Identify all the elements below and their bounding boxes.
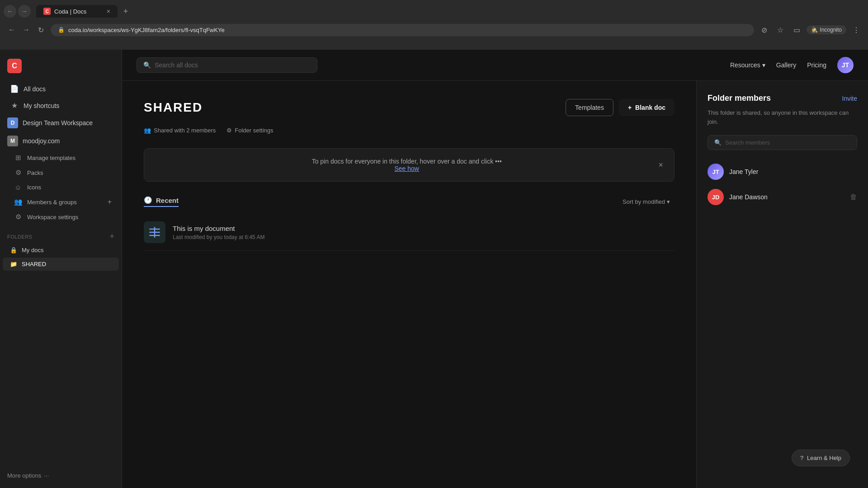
- gallery-link[interactable]: Gallery: [776, 61, 796, 69]
- user-avatar[interactable]: JT: [837, 57, 854, 73]
- members-search-bar[interactable]: 🔍 Search members: [708, 135, 857, 150]
- learn-help-button[interactable]: ? Learn & Help: [792, 450, 850, 466]
- browser-actions: ⊘ ☆ ▭ 🕵 Incognito ⋮: [758, 23, 863, 36]
- search-icon: 🔍: [143, 61, 151, 69]
- active-tab[interactable]: C Coda | Docs ×: [36, 5, 118, 18]
- folders-section-header: FOLDERS +: [0, 225, 122, 243]
- all-docs-icon: 📄: [10, 84, 19, 93]
- tab-close-button[interactable]: ×: [107, 8, 110, 15]
- pricing-link[interactable]: Pricing: [807, 61, 826, 69]
- sidebar-folder-my-docs[interactable]: 🔒 My docs: [3, 244, 119, 257]
- icons-icon: ☺: [14, 183, 23, 191]
- lock-icon: 🔒: [58, 27, 65, 33]
- sidebar-item-my-shortcuts[interactable]: ★ My shortcuts: [3, 98, 119, 113]
- more-options-dots: ···: [44, 472, 49, 479]
- url-text: coda.io/workspaces/ws-YgKJ8fam2a/folders…: [68, 27, 225, 33]
- section-header: 🕐 Recent Sort by modified ▾: [144, 196, 675, 207]
- search-placeholder: Search all docs: [155, 61, 198, 69]
- hide-button[interactable]: ⊘: [758, 23, 770, 36]
- sidebar-item-all-docs[interactable]: 📄 All docs: [3, 81, 119, 97]
- sidebar-item-manage-templates[interactable]: ⊞ Manage templates: [6, 150, 119, 165]
- workspace-d-avatar: D: [7, 117, 18, 128]
- browser-forward-button[interactable]: →: [20, 23, 33, 36]
- delete-member-button[interactable]: 🗑: [850, 193, 857, 201]
- sort-chevron: ▾: [667, 198, 670, 205]
- doc-meta: Last modified by you today at 6:45 AM: [173, 234, 675, 240]
- all-docs-label: All docs: [24, 85, 46, 93]
- search-bar[interactable]: 🔍 Search all docs: [137, 57, 317, 73]
- shortcuts-icon: ★: [10, 101, 19, 110]
- resources-chevron: ▾: [762, 61, 765, 69]
- add-member-icon[interactable]: +: [108, 198, 112, 206]
- learn-help-label: Learn & Help: [807, 455, 841, 461]
- page-body: SHARED Templates + Blank doc 👥 Shared wi…: [122, 81, 868, 488]
- invite-button[interactable]: Invite: [842, 95, 857, 102]
- blank-doc-label: Blank doc: [635, 104, 665, 111]
- resources-link[interactable]: Resources ▾: [730, 61, 765, 69]
- sidebar-button[interactable]: ▭: [790, 23, 803, 36]
- manage-templates-icon: ⊞: [14, 154, 23, 162]
- coda-logo-icon[interactable]: C: [7, 59, 22, 73]
- sidebar-workspace-design[interactable]: D Design Team Workspace: [0, 114, 122, 132]
- doc-name: This is my document: [173, 225, 675, 232]
- forward-button[interactable]: →: [18, 5, 31, 18]
- doc-icon: [144, 221, 165, 243]
- tip-close-button[interactable]: ×: [658, 160, 663, 170]
- more-options-item[interactable]: More options ···: [0, 469, 122, 483]
- members-meta-icon: 👥: [144, 127, 151, 134]
- browser-toolbar: ← → ↻ 🔒 coda.io/workspaces/ws-YgKJ8fam2a…: [0, 19, 868, 41]
- workspace-sub-items: ⊞ Manage templates ⚙ Packs ☺ Icons 👥 Mem…: [0, 150, 122, 225]
- add-folder-button[interactable]: +: [109, 232, 114, 241]
- address-bar[interactable]: 🔒 coda.io/workspaces/ws-YgKJ8fam2a/folde…: [51, 24, 754, 36]
- browser-chrome: ← → C Coda | Docs × + ← → ↻ 🔒 coda.io/wo…: [0, 0, 868, 50]
- tab-title: Coda | Docs: [54, 8, 86, 15]
- sidebar-folder-shared[interactable]: 📁 SHARED: [3, 258, 119, 271]
- new-tab-button[interactable]: +: [119, 5, 132, 18]
- learn-help-icon: ?: [800, 455, 803, 461]
- blank-doc-button[interactable]: + Blank doc: [619, 99, 675, 116]
- more-button[interactable]: ⋮: [850, 23, 863, 36]
- shared-folder-icon: 📁: [10, 261, 17, 267]
- incognito-icon: 🕵: [811, 27, 818, 33]
- tip-banner: To pin docs for everyone in this folder,…: [144, 148, 675, 182]
- member-avatar-jd: JD: [708, 189, 724, 205]
- header-actions: Templates + Blank doc: [566, 99, 675, 116]
- tip-see-how-link[interactable]: See how: [395, 165, 419, 172]
- sidebar-workspace-moodjoy[interactable]: M moodjoy.com: [0, 132, 122, 150]
- back-button[interactable]: ←: [4, 5, 16, 18]
- sidebar: C 📄 All docs ★ My shortcuts D Design Tea…: [0, 50, 122, 488]
- star-button[interactable]: ☆: [774, 23, 787, 36]
- browser-back-button[interactable]: ←: [5, 23, 18, 36]
- browser-tabs: ← → C Coda | Docs × +: [0, 0, 868, 19]
- incognito-label: Incognito: [820, 27, 842, 33]
- sidebar-item-packs[interactable]: ⚙ Packs: [6, 165, 119, 180]
- doc-info: This is my document Last modified by you…: [173, 225, 675, 240]
- sidebar-item-members-groups[interactable]: 👥 Members & groups +: [6, 195, 119, 209]
- sidebar-item-workspace-settings[interactable]: ⚙ Workspace settings: [6, 210, 119, 224]
- icons-label: Icons: [27, 184, 41, 191]
- member-item-jane-tyler: JT Jane Tyler: [708, 159, 857, 184]
- right-panel: Folder members Invite This folder is sha…: [696, 81, 868, 488]
- nav-buttons: ← →: [4, 5, 31, 18]
- templates-button[interactable]: Templates: [566, 99, 613, 116]
- packs-label: Packs: [27, 169, 43, 176]
- workspace-m-avatar: M: [7, 136, 18, 146]
- tip-content: To pin docs for everyone in this folder,…: [155, 158, 658, 172]
- member-name-jane-dawson: Jane Dawson: [729, 193, 844, 201]
- folder-settings-label: Folder settings: [235, 127, 273, 134]
- panel-title: Folder members: [708, 94, 771, 103]
- page-title: SHARED: [144, 100, 203, 115]
- top-nav-right: Resources ▾ Gallery Pricing JT: [730, 57, 854, 73]
- tip-text: To pin docs for everyone in this folder,…: [312, 158, 502, 165]
- browser-refresh-button[interactable]: ↻: [34, 23, 47, 36]
- panel-description: This folder is shared, so anyone in this…: [708, 108, 857, 126]
- top-nav: 🔍 Search all docs Resources ▾ Gallery Pr…: [122, 50, 868, 81]
- folder-settings-item[interactable]: ⚙ Folder settings: [226, 127, 273, 134]
- manage-templates-label: Manage templates: [27, 155, 75, 161]
- page-main: SHARED Templates + Blank doc 👥 Shared wi…: [122, 81, 696, 488]
- sort-button[interactable]: Sort by modified ▾: [618, 197, 675, 207]
- doc-item[interactable]: This is my document Last modified by you…: [144, 214, 675, 251]
- folders-label: FOLDERS: [7, 234, 32, 239]
- sidebar-item-icons[interactable]: ☺ Icons: [6, 180, 119, 194]
- shared-with-item[interactable]: 👥 Shared with 2 members: [144, 127, 216, 134]
